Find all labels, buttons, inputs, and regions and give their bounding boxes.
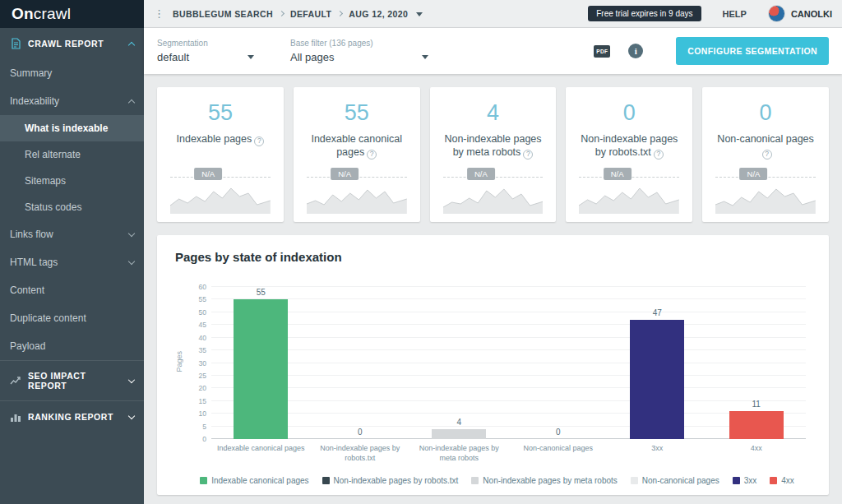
metric-card-non-indexable-robots-txt: 0 Non-indexable pages by robots.txt? N/A bbox=[566, 87, 692, 222]
metric-card-indexable-canonical-pages: 55 Indexable canonical pages? N/A bbox=[294, 87, 420, 222]
sidebar-item-sitemaps[interactable]: Sitemaps bbox=[0, 168, 144, 194]
na-badge: N/A bbox=[194, 168, 222, 180]
y-tick-label: 60 bbox=[187, 283, 206, 291]
y-tick-label: 50 bbox=[187, 308, 206, 317]
legend-label: Indexable canonical pages bbox=[211, 476, 308, 485]
bar-4xx bbox=[729, 411, 784, 439]
legend-label: Non-indexable pages by robots.txt bbox=[334, 476, 459, 485]
y-tick-label: 5 bbox=[187, 423, 206, 431]
legend-swatch bbox=[631, 477, 638, 484]
bar-3xx bbox=[630, 320, 684, 439]
metric-card-non-indexable-meta-robots: 4 Non-indexable pages by meta robots? N/… bbox=[430, 87, 557, 222]
configure-segmentation-button[interactable]: CONFIGURE SEGMENTATION bbox=[676, 37, 829, 65]
user-menu[interactable]: CANOLKI bbox=[768, 5, 832, 22]
sidebar-section-ranking-report[interactable]: RANKING REPORT bbox=[0, 400, 144, 432]
breadcrumb-date[interactable]: AUG 12, 2020 bbox=[349, 9, 422, 19]
legend-item-non-indexable-pages-by-robots-txt[interactable]: Non-indexable pages by robots.txt bbox=[322, 476, 459, 485]
segmentation-label: Segmentation bbox=[157, 39, 254, 48]
base-filter-field: Base filter (136 pages) All pages bbox=[290, 39, 428, 63]
bar-value-label: 0 bbox=[556, 428, 561, 437]
na-badge: N/A bbox=[604, 168, 632, 180]
y-tick-label: 0 bbox=[187, 435, 206, 443]
y-tick-label: 30 bbox=[187, 359, 206, 368]
y-tick-label: 25 bbox=[187, 372, 206, 380]
bar-slot-3xx: 47 bbox=[608, 287, 707, 439]
x-tick-label: Indexable canonical pages bbox=[211, 444, 311, 463]
chart-bars: 550404711 bbox=[211, 287, 806, 439]
bar-value-label: 4 bbox=[456, 418, 461, 427]
breadcrumb-config[interactable]: DEFAULT bbox=[290, 9, 331, 19]
metric-label: Non-canonical pages? bbox=[710, 132, 821, 160]
sidebar-item-links-flow[interactable]: Links flow bbox=[0, 220, 144, 248]
legend-item-non-canonical-pages[interactable]: Non-canonical pages bbox=[631, 476, 719, 485]
sidebar-item-duplicate-content[interactable]: Duplicate content bbox=[0, 304, 144, 332]
sidebar-item-status-codes[interactable]: Status codes bbox=[0, 194, 144, 220]
segmentation-select[interactable]: default bbox=[157, 51, 254, 63]
sidebar-item-label: HTML tags bbox=[10, 257, 58, 268]
sidebar-item-label: Duplicate content bbox=[10, 312, 86, 324]
legend-item-4xx[interactable]: 4xx bbox=[770, 476, 794, 485]
metric-value: 55 bbox=[165, 100, 275, 126]
sidebar: CRAWL REPORT Summary Indexability What i… bbox=[0, 28, 144, 504]
y-tick-label: 15 bbox=[187, 397, 206, 405]
sidebar-item-label: Content bbox=[10, 284, 44, 296]
legend-swatch bbox=[770, 477, 777, 484]
metric-cards-row: 55 Indexable pages? N/A 55 Indexable can… bbox=[157, 87, 829, 222]
sparkline: N/A bbox=[715, 171, 816, 214]
main-content: 55 Indexable pages? N/A 55 Indexable can… bbox=[144, 74, 842, 504]
app-logo[interactable]: Oncrawl bbox=[0, 0, 144, 28]
breadcrumb-project[interactable]: BUBBLEGUM SEARCH bbox=[173, 9, 273, 19]
impact-chart-icon bbox=[10, 375, 21, 386]
chevron-down-icon bbox=[128, 377, 135, 383]
na-badge: N/A bbox=[331, 168, 359, 180]
info-icon[interactable]: i bbox=[628, 44, 643, 58]
bar-indexable-canonical-pages bbox=[234, 299, 288, 439]
sidebar-item-rel-alternate[interactable]: Rel alternate bbox=[0, 141, 144, 168]
chart-plot: 051015202530354045505560 550404711 bbox=[187, 287, 806, 439]
sparkline: N/A bbox=[443, 171, 544, 214]
sparkline: N/A bbox=[579, 171, 679, 214]
metric-label-text: Indexable pages bbox=[177, 133, 252, 145]
sidebar-item-content[interactable]: Content bbox=[0, 276, 144, 304]
help-question-icon[interactable]: ? bbox=[523, 150, 533, 160]
sidebar-item-html-tags[interactable]: HTML tags bbox=[0, 248, 144, 276]
sidebar-item-label: Summary bbox=[10, 67, 52, 79]
help-question-icon[interactable]: ? bbox=[367, 150, 377, 160]
sidebar-item-indexability[interactable]: Indexability bbox=[0, 87, 144, 115]
sidebar-item-what-is-indexable[interactable]: What is indexable bbox=[0, 115, 144, 141]
bar-slot-non-indexable-pages-by-robots-txt: 0 bbox=[311, 287, 410, 439]
pdf-export-icon[interactable]: PDF bbox=[594, 45, 610, 58]
metric-label-text: Non-canonical pages bbox=[717, 133, 813, 145]
legend-item-non-indexable-pages-by-meta-robots[interactable]: Non-indexable pages by meta robots bbox=[471, 476, 617, 485]
legend-item-indexable-canonical-pages[interactable]: Indexable canonical pages bbox=[200, 476, 308, 485]
chevron-down-icon bbox=[128, 413, 135, 419]
y-tick-label: 35 bbox=[187, 346, 206, 354]
legend-label: Non-indexable pages by meta robots bbox=[483, 476, 617, 485]
help-question-icon[interactable]: ? bbox=[762, 150, 772, 160]
metric-label: Non-indexable pages by robots.txt? bbox=[574, 132, 684, 160]
help-question-icon[interactable]: ? bbox=[254, 136, 264, 146]
bar-slot-4xx: 11 bbox=[707, 287, 807, 439]
help-question-icon[interactable]: ? bbox=[654, 150, 664, 160]
y-tick-label: 20 bbox=[187, 384, 206, 392]
y-tick-label: 45 bbox=[187, 321, 206, 329]
bar-value-label: 47 bbox=[653, 308, 662, 317]
top-bar: Oncrawl ⋮ BUBBLEGUM SEARCH DEFAULT AUG 1… bbox=[0, 0, 842, 28]
kebab-menu-icon[interactable]: ⋮ bbox=[154, 7, 164, 20]
top-bar-right: ⋮ BUBBLEGUM SEARCH DEFAULT AUG 12, 2020 … bbox=[144, 0, 842, 28]
logo-text-rest: crawl bbox=[34, 5, 71, 23]
legend-swatch bbox=[322, 477, 330, 484]
help-link[interactable]: HELP bbox=[723, 9, 747, 19]
legend-item-3xx[interactable]: 3xx bbox=[733, 476, 757, 485]
legend-swatch bbox=[733, 477, 740, 484]
sidebar-item-payload[interactable]: Payload bbox=[0, 332, 144, 360]
caret-down-icon bbox=[248, 55, 254, 59]
x-tick-label: 3xx bbox=[608, 444, 707, 463]
sidebar-item-summary[interactable]: Summary bbox=[0, 59, 144, 87]
caret-down-icon bbox=[416, 12, 423, 16]
base-filter-select[interactable]: All pages bbox=[290, 51, 428, 63]
base-filter-value: All pages bbox=[290, 51, 334, 63]
user-name: CANOLKI bbox=[791, 9, 832, 19]
sidebar-section-crawl-report[interactable]: CRAWL REPORT bbox=[0, 28, 144, 59]
sidebar-section-seo-impact-report[interactable]: SEO IMPACT REPORT bbox=[0, 360, 144, 400]
